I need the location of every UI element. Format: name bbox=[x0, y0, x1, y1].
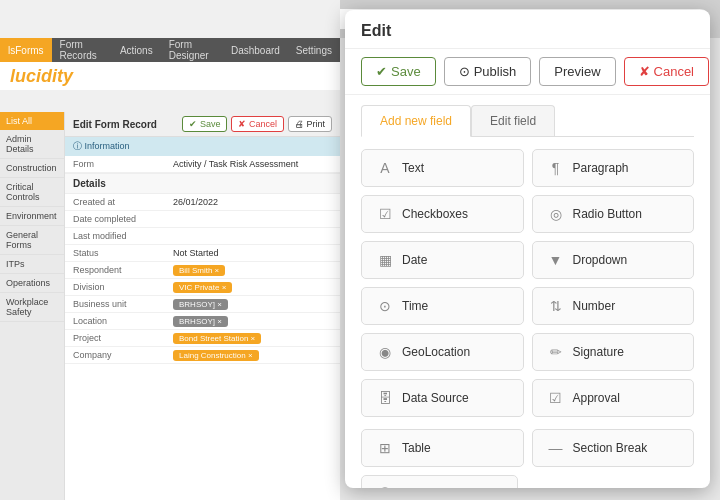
geolocation-icon: ◉ bbox=[376, 344, 394, 360]
company-tag[interactable]: Laing Construction × bbox=[173, 350, 259, 361]
x-icon: ✘ bbox=[639, 64, 650, 79]
approval-icon: ☑ bbox=[547, 390, 565, 406]
sidebar-item-itps[interactable]: ITPs bbox=[0, 255, 64, 274]
save-label: Save bbox=[391, 64, 421, 79]
field-text-button[interactable]: A Text bbox=[361, 149, 524, 187]
form-save-button[interactable]: ✔ Save bbox=[182, 116, 227, 132]
form-cancel-button[interactable]: ✘ Cancel bbox=[231, 116, 284, 132]
geolocation-label: GeoLocation bbox=[402, 345, 470, 359]
number-icon: ⇅ bbox=[547, 298, 565, 314]
nav-actions[interactable]: Actions bbox=[112, 38, 161, 62]
save-button[interactable]: ✔ Save bbox=[361, 57, 436, 86]
list-all-header[interactable]: List All bbox=[0, 112, 64, 130]
check-icon: ✔ bbox=[376, 64, 387, 79]
lucidity-logo: lucidity bbox=[10, 66, 73, 87]
nav-settings[interactable]: Settings bbox=[288, 38, 340, 62]
cancel-button[interactable]: ✘ Cancel bbox=[624, 57, 709, 86]
tab-add-new-field[interactable]: Add new field bbox=[361, 105, 471, 137]
info-icon: ⓘ bbox=[376, 486, 394, 488]
edit-tabs: Add new field Edit field bbox=[345, 95, 710, 136]
details-section: Details bbox=[65, 173, 340, 194]
field-grid: A Text ¶ Paragraph ☑ Checkboxes ◎ Radio … bbox=[345, 137, 710, 429]
signature-icon: ✏ bbox=[547, 344, 565, 360]
edit-toolbar: ✔ Save ⊙ Publish Preview ✘ Cancel bbox=[345, 49, 710, 95]
text-label: Text bbox=[402, 161, 424, 175]
datasource-icon: 🗄 bbox=[376, 390, 394, 406]
form-area: Edit Form Record ✔ Save ✘ Cancel 🖨 Print… bbox=[65, 112, 340, 500]
section-break-label: Section Break bbox=[573, 441, 648, 455]
sidebar-item-critical[interactable]: Critical Controls bbox=[0, 178, 64, 207]
field-dropdown-button[interactable]: ▼ Dropdown bbox=[532, 241, 695, 279]
signature-label: Signature bbox=[573, 345, 624, 359]
field-signature-button[interactable]: ✏ Signature bbox=[532, 333, 695, 371]
respondent-tag[interactable]: Bill Smith × bbox=[173, 265, 225, 276]
form-print-button[interactable]: 🖨 Print bbox=[288, 116, 332, 132]
section-break-icon: — bbox=[547, 440, 565, 456]
edit-panel-title: Edit bbox=[345, 10, 710, 49]
checkboxes-label: Checkboxes bbox=[402, 207, 468, 221]
location-tag[interactable]: BRHSOY] × bbox=[173, 316, 228, 327]
sidebar-item-admin[interactable]: Admin Details bbox=[0, 130, 64, 159]
sidebar-item-operations[interactable]: Operations bbox=[0, 274, 64, 293]
logo-area: lucidity bbox=[0, 62, 340, 90]
dropdown-label: Dropdown bbox=[573, 253, 628, 267]
field-section-break-button[interactable]: — Section Break bbox=[532, 429, 695, 467]
paragraph-icon: ¶ bbox=[547, 160, 565, 176]
form-header: Edit Form Record ✔ Save ✘ Cancel 🖨 Print bbox=[65, 112, 340, 137]
table-icon: ⊞ bbox=[376, 440, 394, 456]
sidebar-item-general[interactable]: General Forms bbox=[0, 226, 64, 255]
info-bar: ⓘ Information bbox=[65, 137, 340, 156]
field-date-button[interactable]: ▦ Date bbox=[361, 241, 524, 279]
table-label: Table bbox=[402, 441, 431, 455]
edit-panel: Edit ✔ Save ⊙ Publish Preview ✘ Cancel A… bbox=[345, 10, 710, 488]
field-number-button[interactable]: ⇅ Number bbox=[532, 287, 695, 325]
field-paragraph-button[interactable]: ¶ Paragraph bbox=[532, 149, 695, 187]
preview-label: Preview bbox=[554, 64, 600, 79]
date-label: Date bbox=[402, 253, 427, 267]
form-title: Edit Form Record bbox=[73, 119, 157, 130]
checkboxes-icon: ☑ bbox=[376, 206, 394, 222]
form-info-table: Form Activity / Task Risk Assessment bbox=[65, 156, 340, 173]
sidebar-item-workplace[interactable]: Workplace Safety bbox=[0, 293, 64, 322]
field-info-button[interactable]: ⓘ Info bbox=[361, 475, 518, 488]
top-nav: lsForms Form Records Actions Form Design… bbox=[0, 38, 340, 62]
publish-button[interactable]: ⊙ Publish bbox=[444, 57, 532, 86]
info-field-row: ⓘ Info bbox=[345, 475, 710, 488]
preview-button[interactable]: Preview bbox=[539, 57, 615, 86]
approval-label: Approval bbox=[573, 391, 620, 405]
nav-lsforms[interactable]: lsForms bbox=[0, 38, 52, 62]
field-approval-button[interactable]: ☑ Approval bbox=[532, 379, 695, 417]
field-radio-button[interactable]: ◎ Radio Button bbox=[532, 195, 695, 233]
field-checkboxes-button[interactable]: ☑ Checkboxes bbox=[361, 195, 524, 233]
business-tag[interactable]: BRHSOY] × bbox=[173, 299, 228, 310]
details-table: Created at26/01/2022 Date completed Last… bbox=[65, 194, 340, 364]
form-label: Form bbox=[65, 156, 165, 173]
bottom-field-row: ⊞ Table — Section Break bbox=[345, 429, 710, 467]
sidebar-item-environment[interactable]: Environment bbox=[0, 207, 64, 226]
field-geolocation-button[interactable]: ◉ GeoLocation bbox=[361, 333, 524, 371]
field-time-button[interactable]: ⊙ Time bbox=[361, 287, 524, 325]
info-text: ⓘ Information bbox=[73, 140, 130, 153]
datasource-label: Data Source bbox=[402, 391, 469, 405]
text-icon: A bbox=[376, 160, 394, 176]
field-datasource-button[interactable]: 🗄 Data Source bbox=[361, 379, 524, 417]
form-value: Activity / Task Risk Assessment bbox=[165, 156, 340, 173]
project-tag[interactable]: Bond Street Station × bbox=[173, 333, 261, 344]
dropdown-icon: ▼ bbox=[547, 252, 565, 268]
left-panel: List All Admin Details Construction Crit… bbox=[0, 112, 65, 500]
nav-form-records[interactable]: Form Records bbox=[52, 38, 112, 62]
date-icon: ▦ bbox=[376, 252, 394, 268]
sidebar-item-construction[interactable]: Construction bbox=[0, 159, 64, 178]
time-icon: ⊙ bbox=[376, 298, 394, 314]
cancel-label: Cancel bbox=[654, 64, 694, 79]
division-tag[interactable]: VIC Private × bbox=[173, 282, 232, 293]
nav-form-designer[interactable]: Form Designer bbox=[161, 38, 223, 62]
tab-edit-field[interactable]: Edit field bbox=[471, 105, 555, 136]
paragraph-label: Paragraph bbox=[573, 161, 629, 175]
publish-icon: ⊙ bbox=[459, 64, 470, 79]
publish-label: Publish bbox=[474, 64, 517, 79]
nav-dashboard[interactable]: Dashboard bbox=[223, 38, 288, 62]
radio-icon: ◎ bbox=[547, 206, 565, 222]
field-table-button[interactable]: ⊞ Table bbox=[361, 429, 524, 467]
radio-label: Radio Button bbox=[573, 207, 642, 221]
